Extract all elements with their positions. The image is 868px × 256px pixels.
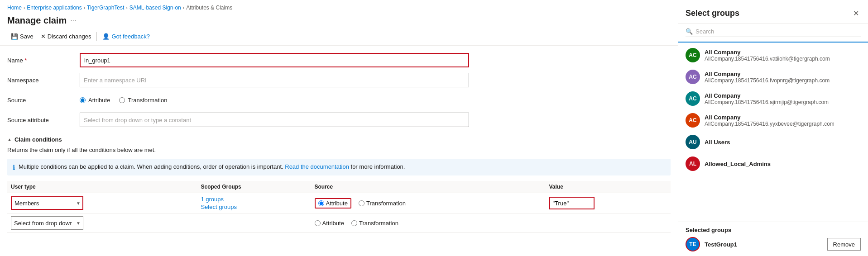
remove-button[interactable]: Remove (827, 238, 861, 251)
user-type-dropdown-wrapper: Members ▼ (11, 196, 83, 210)
scoped-groups-cell-2 (197, 213, 311, 233)
source-trans-option-2[interactable]: Transformation (351, 220, 398, 227)
source-trans-option-1[interactable]: Transformation (359, 200, 406, 207)
list-item[interactable]: AC All Company AllCompany.18541756416.va… (678, 44, 868, 66)
breadcrumb-sep-2: › (84, 5, 85, 10)
source-attr-radio-1[interactable] (318, 200, 324, 206)
more-options-icon[interactable]: ··· (70, 17, 76, 25)
source-row-2: Attribute Transformation (315, 220, 542, 227)
panel-header: Select groups ✕ (678, 0, 868, 24)
chevron-up-icon: ▲ (7, 137, 12, 142)
scoped-groups-cell-1: 1 groups Select groups (197, 193, 311, 213)
breadcrumb-current: Attributes & Claims (186, 5, 232, 11)
discard-button[interactable]: ✕ Discard changes (37, 31, 95, 42)
toolbar: 💾 Save ✕ Discard changes 👤 Got feedback? (0, 29, 678, 46)
group-info: Allowed_Local_Admins (705, 161, 771, 167)
close-panel-button[interactable]: ✕ (851, 7, 861, 19)
selected-groups-label: Selected groups (686, 227, 861, 233)
groups-count-link-1[interactable]: 1 groups (201, 196, 224, 203)
main-content: Home › Enterprise applications › TigerGr… (0, 0, 678, 256)
source-trans-label-2: Transformation (359, 220, 398, 227)
group-info: All Company AllCompany.18541756416.vatii… (705, 49, 830, 62)
search-inner: 🔍 (686, 28, 861, 37)
right-panel: Select groups ✕ 🔍 AC All Company AllComp… (678, 0, 868, 256)
source-transformation-option[interactable]: Transformation (119, 97, 167, 104)
save-label: Save (20, 33, 34, 40)
list-item[interactable]: AU All Users (678, 131, 868, 153)
form-area: Name * Namespace Source Attribute Transf… (0, 46, 678, 127)
breadcrumb-tigergraph[interactable]: TigerGraphTest (87, 5, 124, 11)
col-source: Source (311, 181, 546, 193)
source-attribute-input[interactable] (80, 113, 469, 127)
group-info: All Users (705, 139, 730, 146)
save-button[interactable]: 💾 Save (7, 31, 37, 42)
panel-title: Select groups (686, 9, 739, 18)
group-info: All Company AllCompany.18541756416.yyxbe… (705, 114, 834, 127)
read-documentation-link[interactable]: Read the documentation (285, 163, 349, 170)
feedback-button[interactable]: 👤 Got feedback? (99, 31, 153, 42)
source-attr-radio-2[interactable] (315, 220, 321, 226)
avatar: AL (686, 156, 700, 171)
source-trans-radio-2[interactable] (351, 220, 357, 226)
avatar: AU (686, 135, 700, 149)
breadcrumb-sep-1: › (24, 5, 25, 10)
toolbar-separator (96, 32, 97, 41)
avatar: AC (686, 113, 700, 128)
page-title: Manage claim (7, 15, 67, 26)
source-cell-2: Attribute Transformation (311, 213, 546, 233)
group-email: AllCompany.18541756416.ajirmjip@tigergra… (705, 99, 829, 105)
breadcrumb-saml[interactable]: SAML-based Sign-on (129, 5, 181, 11)
source-trans-radio-1[interactable] (359, 200, 364, 206)
group-name: All Company (705, 49, 830, 56)
page-header: Manage claim ··· (0, 14, 678, 29)
namespace-label: Namespace (7, 77, 80, 84)
user-type-dropdown-wrapper-2: Select from drop down ▼ (11, 216, 83, 230)
table-header-row: User type Scoped Groups Source Value (7, 181, 671, 193)
breadcrumb-enterprise[interactable]: Enterprise applications (27, 5, 82, 11)
breadcrumb-sep-3: › (126, 5, 127, 10)
source-trans-label-1: Transformation (366, 200, 406, 207)
source-attr-option-2[interactable]: Attribute (315, 220, 344, 227)
user-type-select-1[interactable]: Members (11, 196, 83, 210)
source-attribute-option[interactable]: Attribute (80, 97, 110, 104)
name-row: Name * (7, 53, 671, 67)
source-attribute-label: Source attribute (7, 117, 80, 123)
namespace-row: Namespace (7, 73, 671, 87)
search-input[interactable] (695, 28, 861, 35)
conditions-title: Claim conditions (14, 136, 62, 143)
value-cell-1 (546, 193, 671, 213)
conditions-header[interactable]: ▲ Claim conditions (7, 133, 671, 147)
col-user-type: User type (7, 181, 197, 193)
list-item[interactable]: AC All Company AllCompany.18541756416.aj… (678, 88, 868, 109)
list-item[interactable]: AC All Company AllCompany.18541756416.fv… (678, 66, 868, 88)
namespace-input[interactable] (80, 73, 469, 87)
table-row: Select from drop down ▼ Attribute (7, 213, 671, 233)
source-attribute-radio[interactable] (80, 97, 86, 103)
selected-groups-section: Selected groups TE TestGroup1 Remove (678, 222, 868, 256)
source-radio-group: Attribute Transformation (80, 97, 167, 104)
group-info: All Company AllCompany.18541756416.fvopn… (705, 71, 830, 84)
conditions-table: User type Scoped Groups Source Value Mem… (7, 181, 671, 233)
info-icon: ℹ (13, 164, 15, 171)
required-star: * (24, 57, 27, 64)
user-type-select-2[interactable]: Select from drop down (11, 216, 83, 230)
select-groups-link-1[interactable]: Select groups (201, 204, 307, 210)
value-input-1[interactable] (549, 197, 595, 209)
list-item[interactable]: AL Allowed_Local_Admins (678, 153, 868, 175)
avatar: AC (686, 91, 700, 106)
groups-list: AC All Company AllCompany.18541756416.va… (678, 43, 868, 222)
group-email: AllCompany.18541756416.fvopnrg@tigergrap… (705, 77, 830, 84)
list-item[interactable]: AC All Company AllCompany.18541756416.yy… (678, 109, 868, 131)
group-email: AllCompany.18541756416.yyxbevee@tigergra… (705, 121, 834, 127)
source-row-1: Attribute Transformation (315, 198, 542, 209)
source-attr-label-1: Attribute (326, 200, 348, 207)
info-text: Multiple conditions can be applied to a … (19, 163, 405, 170)
group-email: AllCompany.18541756416.vatiiohk@tigergra… (705, 56, 830, 62)
source-transformation-radio[interactable] (119, 97, 125, 103)
group-name: All Company (705, 114, 834, 121)
save-icon: 💾 (11, 33, 18, 40)
col-value: Value (546, 181, 671, 193)
breadcrumb-home[interactable]: Home (7, 5, 22, 11)
name-input[interactable] (80, 53, 469, 67)
source-attr-option-1[interactable]: Attribute (315, 198, 351, 209)
